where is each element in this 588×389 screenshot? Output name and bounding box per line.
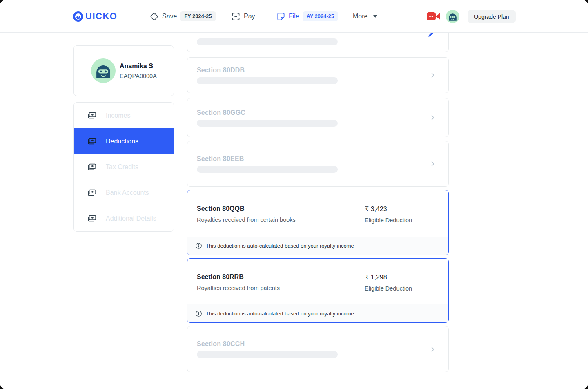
sidebar-item-deductions[interactable]: Deductions [74,128,174,154]
section-title: Section 80RRB [197,273,280,281]
info-icon [195,310,202,317]
section-info: Section 80RRB Royalties received from pa… [197,273,280,291]
deductions-list: Section 80DDB Section 80GGC Section 80EE… [187,33,449,389]
file-label: File [289,13,299,20]
quicko-wordmark: UICKO [85,11,117,22]
fy-badge: FY 2024-25 [180,11,216,21]
file-menu[interactable]: File AY 2024-25 [276,0,338,33]
screen-record-icon[interactable] [426,11,440,23]
cash-icon [87,215,96,222]
section-subtitle: Royalties received from patents [197,285,280,291]
top-navbar: UICKO Save FY 2024-25 [0,0,588,33]
sidebar-nav: Incomes Deductions [74,102,174,232]
chevron-right-icon [429,160,437,168]
more-label: More [353,13,368,20]
user-name: Anamika S [120,63,157,70]
section-card-80qqb[interactable]: Section 80QQB Royalties received from ce… [187,190,449,255]
sidebar-item-label: Deductions [106,138,138,145]
chevron-down-icon [373,15,377,18]
section-title: Section 80GGC [197,109,448,116]
cash-icon [87,163,96,171]
skeleton-bar [197,77,338,84]
pay-menu[interactable]: Pay [231,0,255,33]
save-menu[interactable]: Save FY 2024-25 [149,0,216,33]
deduction-amount: ₹ 1,298 [365,273,412,281]
section-amount-block: ₹ 1,298 Eligible Deduction [365,273,412,292]
sidebar-item-additional-details[interactable]: Additional Details [74,206,174,231]
ay-badge: AY 2024-25 [303,11,338,21]
chevron-right-icon [429,345,437,353]
user-profile-card[interactable]: Anamika S EAQPA0000A [74,45,174,96]
section-info: Section 80QQB Royalties received from ce… [197,205,296,223]
sidebar-item-tax-credits[interactable]: Tax Credits [74,154,174,180]
sidebar-item-label: Incomes [106,112,130,119]
section-card-80eeb[interactable]: Section 80EEB [187,141,449,187]
cash-icon [87,112,96,119]
auto-calculated-note: This deduction is auto-calculated based … [187,237,448,255]
user-identity: Anamika S EAQPA0000A [120,63,157,79]
section-title: Section 80DDB [197,67,448,74]
sidebar-item-label: Tax Credits [106,163,138,171]
section-subtitle: Royalties received from certain books [197,217,296,223]
section-title: Section 80QQB [197,205,296,212]
upgrade-plan-button[interactable]: Upgrade Plan [468,10,516,23]
quicko-logo-icon [73,11,84,22]
section-title: Section 80EEB [197,155,448,163]
file-icon [276,12,285,21]
deduction-amount-label: Eligible Deduction [365,217,412,224]
deduction-amount: ₹ 3,423 [365,205,412,213]
section-card-partial[interactable] [187,33,449,52]
pay-label: Pay [244,13,255,20]
skeleton-bar [197,351,338,358]
sidebar-item-label: Additional Details [106,215,156,222]
scan-icon [231,12,241,21]
section-card-80ggc[interactable]: Section 80GGC [187,98,449,137]
skeleton-bar [197,120,338,127]
save-label: Save [162,13,177,20]
user-avatar [91,58,116,83]
sidebar: Anamika S EAQPA0000A Incomes [74,45,174,232]
tag-icon [149,12,159,21]
app-window: UICKO Save FY 2024-25 [0,0,588,389]
sidebar-item-label: Bank Accounts [106,189,149,197]
cash-icon [87,137,96,145]
section-amount-block: ₹ 3,423 Eligible Deduction [365,205,412,224]
profile-avatar[interactable] [446,10,459,23]
section-title: Section 80CCH [197,340,448,348]
deduction-amount-label: Eligible Deduction [365,285,412,292]
chevron-right-icon [429,71,437,79]
cash-icon [87,189,96,197]
note-text: This deduction is auto-calculated based … [206,243,354,249]
more-menu[interactable]: More [353,0,377,33]
quicko-logo[interactable]: UICKO [73,0,117,33]
sidebar-item-incomes[interactable]: Incomes [74,103,174,128]
skeleton-bar [197,38,338,45]
note-text: This deduction is auto-calculated based … [206,311,354,317]
auto-calculated-note: This deduction is auto-calculated based … [187,304,448,322]
section-card-80ddb[interactable]: Section 80DDB [187,57,449,93]
edit-pencil-icon[interactable] [427,33,436,38]
skeleton-bar [197,166,338,173]
chevron-right-icon [429,114,437,122]
section-card-80cch[interactable]: Section 80CCH [187,326,449,372]
user-pan: EAQPA0000A [120,73,157,79]
sidebar-item-bank-accounts[interactable]: Bank Accounts [74,180,174,206]
section-card-80rrb[interactable]: Section 80RRB Royalties received from pa… [187,258,449,323]
info-icon [195,242,202,249]
